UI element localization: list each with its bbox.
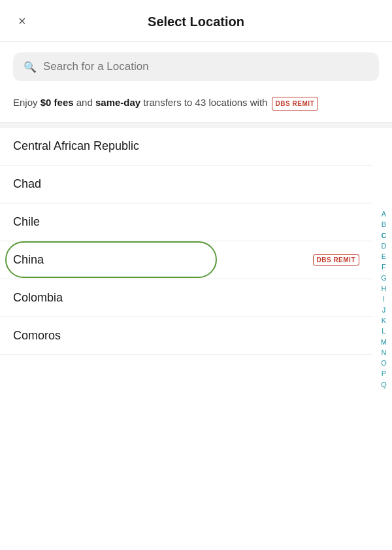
country-list: Central African Republic Chad Chile Chin… <box>0 128 392 355</box>
alpha-B[interactable]: B <box>378 220 389 229</box>
alpha-N[interactable]: N <box>378 348 389 357</box>
promo-banner: Enjoy $0 fees and same-day transfers to … <box>0 89 392 122</box>
country-name: Colombia <box>13 291 63 305</box>
alpha-C[interactable]: C <box>378 231 389 240</box>
alpha-L[interactable]: L <box>378 326 389 335</box>
alpha-Q[interactable]: Q <box>378 380 389 389</box>
header: × Select Location <box>0 0 392 42</box>
country-name: China <box>13 253 44 267</box>
alpha-index: A B C D E F G H I J K L M N O P Q <box>378 209 389 389</box>
alpha-P[interactable]: P <box>378 369 389 378</box>
dbs-remit-badge-china: DBS REMIT <box>313 254 360 266</box>
alpha-M[interactable]: M <box>378 337 389 347</box>
country-item-comoros[interactable]: Comoros <box>0 317 372 355</box>
alpha-K[interactable]: K <box>378 316 389 325</box>
alpha-F[interactable]: F <box>378 262 389 271</box>
country-name: Chile <box>13 215 40 229</box>
country-name: Central African Republic <box>13 139 139 153</box>
search-bar: 🔍 <box>13 52 379 81</box>
alpha-E[interactable]: E <box>378 252 389 261</box>
alpha-A[interactable]: A <box>378 209 389 218</box>
country-item-chile[interactable]: Chile <box>0 203 372 241</box>
promo-text: Enjoy $0 fees and same-day transfers to … <box>13 95 379 111</box>
search-container: 🔍 <box>0 42 392 89</box>
alpha-D[interactable]: D <box>378 241 389 250</box>
alpha-H[interactable]: H <box>378 284 389 293</box>
country-item-china[interactable]: China DBS REMIT <box>0 241 372 279</box>
alpha-J[interactable]: J <box>378 305 389 315</box>
country-item-central-african-republic[interactable]: Central African Republic <box>0 128 372 165</box>
alpha-I[interactable]: I <box>378 294 389 303</box>
dbs-remit-badge-promo: DBS REMIT <box>272 97 319 111</box>
section-divider <box>0 122 392 128</box>
search-input[interactable] <box>43 60 368 73</box>
country-name: Chad <box>13 177 41 191</box>
alpha-O[interactable]: O <box>378 358 389 368</box>
country-item-chad[interactable]: Chad <box>0 165 372 203</box>
country-name: Comoros <box>13 329 61 343</box>
promo-bold-sameday: same-day <box>95 97 140 108</box>
page-title: Select Location <box>148 14 244 29</box>
alpha-G[interactable]: G <box>378 273 389 283</box>
close-button[interactable]: × <box>13 12 31 30</box>
country-item-colombia[interactable]: Colombia <box>0 279 372 317</box>
promo-bold-fees: $0 fees <box>41 97 74 108</box>
search-icon: 🔍 <box>24 61 37 73</box>
